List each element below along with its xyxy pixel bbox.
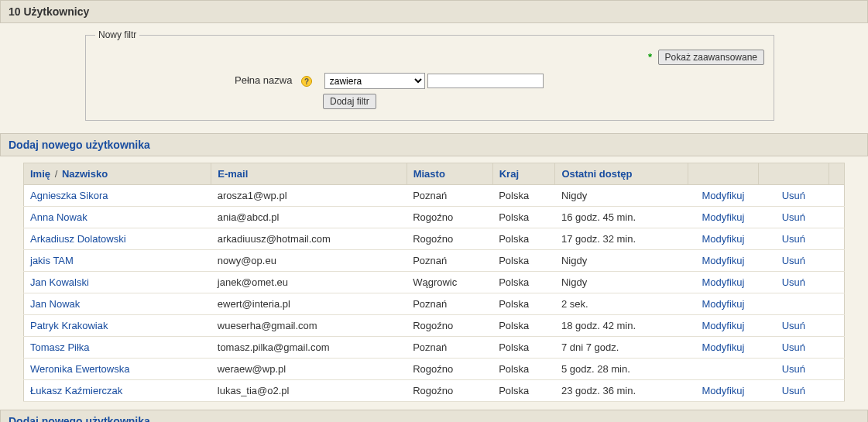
cell-tail — [829, 185, 844, 207]
col-country-header: Kraj — [492, 163, 555, 185]
user-name-link[interactable]: Jan Nowak — [30, 298, 80, 310]
add-user-link-bottom[interactable]: Dodaj nowego użytkownika — [9, 415, 150, 422]
delete-link[interactable]: Usuń — [782, 385, 805, 396]
cell-email: arosza1@wp.pl — [211, 185, 407, 207]
delete-link[interactable]: Usuń — [782, 363, 805, 375]
cell-access: 2 sek. — [555, 293, 688, 315]
cell-name: jakis TAM — [24, 250, 211, 272]
cell-delete: Usuń — [758, 315, 829, 337]
user-name-link[interactable]: Jan Kowalski — [30, 276, 89, 288]
user-name-link[interactable]: Weronika Ewertowska — [30, 363, 129, 375]
cell-tail — [829, 250, 844, 272]
cell-name: Łukasz Kaźmierczak — [24, 380, 211, 402]
modify-link[interactable]: Modyfikuj — [702, 190, 745, 201]
cell-modify: Modyfikuj — [688, 293, 759, 315]
delete-link[interactable]: Usuń — [782, 190, 805, 201]
cell-delete: Usuń — [758, 359, 829, 380]
filter-top-row: * Pokaż zaawansowane — [95, 46, 764, 73]
user-name-link[interactable]: jakis TAM — [30, 255, 74, 266]
cell-access: Nigdy — [555, 185, 688, 207]
delete-link[interactable]: Usuń — [782, 211, 805, 223]
cell-access: 7 dni 7 godz. — [555, 337, 688, 359]
sort-access[interactable]: Ostatni dostęp — [561, 168, 632, 180]
user-name-link[interactable]: Patryk Krakowiak — [30, 320, 108, 331]
col-tail-header — [829, 163, 844, 185]
cell-country: Polska — [492, 315, 555, 337]
cell-city: Poznań — [407, 337, 492, 359]
cell-delete: Usuń — [758, 250, 829, 272]
cell-country: Polska — [492, 337, 555, 359]
filter-operator-select[interactable]: zawiera — [324, 73, 425, 89]
cell-delete: Usuń — [758, 228, 829, 250]
filter-section: Nowy filtr * Pokaż zaawansowane Pełna na… — [0, 23, 868, 133]
cell-delete: Usuń — [758, 380, 829, 402]
cell-city: Rogoźno — [407, 207, 492, 228]
modify-link[interactable]: Modyfikuj — [702, 298, 745, 310]
cell-delete: Usuń — [758, 207, 829, 228]
modify-link[interactable]: Modyfikuj — [702, 320, 745, 331]
add-user-section-bottom: Dodaj nowego użytkownika — [0, 410, 868, 422]
page-title: 10 Użytkownicy — [0, 0, 868, 23]
table-row: Jan Nowakewert@interia.plPoznańPolska2 s… — [24, 293, 845, 315]
table-row: Anna Nowakania@abcd.plRogoźnoPolska16 go… — [24, 207, 845, 228]
add-user-link-top[interactable]: Dodaj nowego użytkownika — [9, 139, 150, 151]
cell-city: Poznań — [407, 250, 492, 272]
table-row: Weronika Ewertowskaweraew@wp.plRogoźnoPo… — [24, 359, 845, 380]
modify-link[interactable]: Modyfikuj — [702, 255, 745, 266]
cell-modify: Modyfikuj — [688, 272, 759, 293]
cell-access: Nigdy — [555, 272, 688, 293]
sort-email[interactable]: E-mail — [218, 168, 248, 180]
modify-link[interactable]: Modyfikuj — [702, 341, 745, 353]
cell-modify: Modyfikuj — [688, 337, 759, 359]
user-name-link[interactable]: Tomasz Piłka — [30, 341, 90, 353]
col-delete-header — [758, 163, 829, 185]
cell-modify: Modyfikuj — [688, 250, 759, 272]
modify-link[interactable]: Modyfikuj — [702, 276, 745, 288]
modify-link[interactable]: Modyfikuj — [702, 233, 745, 245]
modify-link[interactable]: Modyfikuj — [702, 211, 745, 223]
cell-country: Polska — [492, 293, 555, 315]
required-asterisk-icon: * — [648, 51, 652, 63]
cell-name: Arkadiusz Dolatowski — [24, 228, 211, 250]
col-city-header: Miasto — [407, 163, 492, 185]
user-name-link[interactable]: Agnieszka Sikora — [30, 190, 108, 201]
name-sep: / — [53, 168, 60, 180]
modify-link[interactable]: Modyfikuj — [702, 385, 745, 396]
sort-first-name[interactable]: Imię — [30, 168, 50, 180]
cell-delete: Usuń — [758, 272, 829, 293]
cell-tail — [829, 315, 844, 337]
user-name-link[interactable]: Łukasz Kaźmierczak — [30, 385, 122, 396]
sort-country[interactable]: Kraj — [499, 168, 519, 180]
cell-access: 18 godz. 42 min. — [555, 315, 688, 337]
cell-email: tomasz.pilka@gmail.com — [211, 337, 407, 359]
delete-link[interactable]: Usuń — [782, 341, 805, 353]
user-name-link[interactable]: Arkadiusz Dolatowski — [30, 233, 126, 245]
user-name-link[interactable]: Anna Nowak — [30, 211, 87, 223]
cell-name: Agnieszka Sikora — [24, 185, 211, 207]
show-advanced-button[interactable]: Pokaż zaawansowane — [658, 50, 764, 65]
cell-access: 23 godz. 36 min. — [555, 380, 688, 402]
cell-email: arkadiuusz@hotmail.com — [211, 228, 407, 250]
cell-modify: Modyfikuj — [688, 315, 759, 337]
cell-email: nowy@op.eu — [211, 250, 407, 272]
delete-link[interactable]: Usuń — [782, 320, 805, 331]
cell-name: Patryk Krakowiak — [24, 315, 211, 337]
cell-country: Polska — [492, 207, 555, 228]
sort-last-name[interactable]: Nazwisko — [62, 168, 108, 180]
cell-country: Polska — [492, 228, 555, 250]
cell-name: Weronika Ewertowska — [24, 359, 211, 380]
help-icon[interactable]: ? — [301, 76, 312, 87]
delete-link[interactable]: Usuń — [782, 255, 805, 266]
table-row: Arkadiusz Dolatowskiarkadiuusz@hotmail.c… — [24, 228, 845, 250]
delete-link[interactable]: Usuń — [782, 276, 805, 288]
filter-value-input[interactable] — [427, 74, 544, 88]
cell-modify: Modyfikuj — [688, 380, 759, 402]
sort-city[interactable]: Miasto — [413, 168, 445, 180]
delete-link[interactable]: Usuń — [782, 233, 805, 245]
add-filter-button[interactable]: Dodaj filtr — [323, 94, 376, 109]
filter-legend: Nowy filtr — [95, 29, 139, 40]
cell-modify — [688, 359, 759, 380]
cell-tail — [829, 359, 844, 380]
cell-tail — [829, 272, 844, 293]
cell-access: 17 godz. 32 min. — [555, 228, 688, 250]
